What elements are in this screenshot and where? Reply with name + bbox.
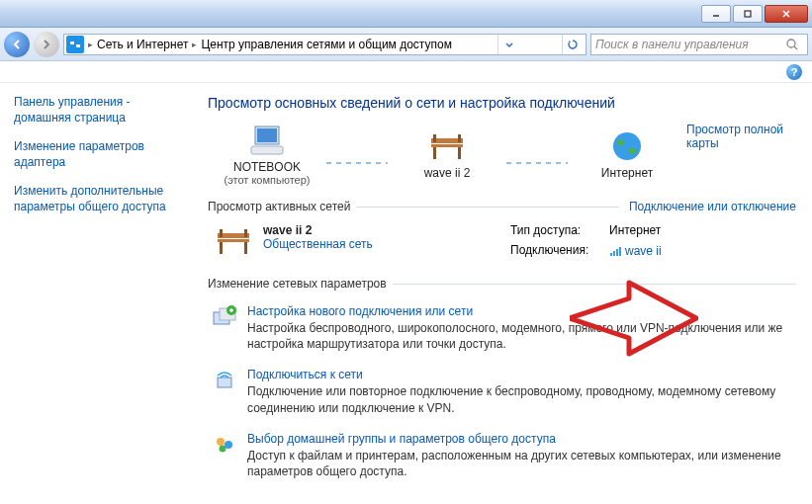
access-type-value: Интернет [609, 223, 662, 239]
search-placeholder: Поиск в панели управления [595, 38, 749, 51]
map-node-internet: Интернет [568, 128, 686, 180]
help-icon[interactable]: ? [786, 64, 802, 80]
svg-rect-10 [251, 146, 283, 154]
homegroup-icon [212, 432, 237, 479]
main-panel: Просмотр основных сведений о сети и наст… [198, 83, 812, 504]
svg-line-7 [794, 46, 797, 49]
svg-rect-31 [218, 378, 231, 387]
sidebar-link-adapter-settings[interactable]: Изменение параметров адаптера [14, 139, 190, 170]
breadcrumb-sharing-center[interactable]: Центр управления сетями и общим доступом [197, 38, 456, 51]
svg-point-32 [217, 438, 225, 446]
connect-to-network-item: Подключиться к сети Подключение или повт… [208, 360, 796, 423]
breadcrumb-dropdown-button[interactable] [497, 35, 519, 54]
connect-network-icon [212, 368, 237, 415]
svg-rect-23 [244, 229, 247, 237]
change-settings-header: Изменение сетевых параметров [208, 277, 796, 291]
setup-new-connection-item: Настройка нового подключения или сети На… [208, 296, 796, 360]
connection-name: wave ii [625, 244, 662, 258]
active-network-name: wave ii 2 [263, 223, 373, 237]
svg-rect-22 [220, 229, 223, 237]
svg-rect-16 [458, 134, 461, 142]
map-node-computer-sublabel: (этот компьютер) [208, 174, 326, 186]
change-settings-header-label: Изменение сетевых параметров [208, 277, 387, 291]
address-bar[interactable]: ▸ Сеть и Интернет ▸ Центр управления сет… [63, 34, 586, 55]
navigation-bar: ▸ Сеть и Интернет ▸ Центр управления сет… [0, 28, 812, 61]
map-node-network-label: wave ii 2 [388, 166, 506, 180]
svg-rect-21 [244, 242, 247, 254]
wifi-signal-icon [609, 245, 621, 257]
svg-rect-5 [76, 44, 80, 47]
map-node-internet-label: Интернет [568, 166, 686, 180]
connect-disconnect-link[interactable]: Подключение или отключение [629, 200, 796, 213]
svg-rect-26 [616, 249, 618, 256]
svg-rect-12 [431, 144, 463, 147]
search-input[interactable]: Поиск в панели управления [590, 34, 808, 55]
connect-to-network-link[interactable]: Подключиться к сети [247, 368, 363, 381]
refresh-button[interactable] [562, 35, 584, 54]
homegroup-sharing-link[interactable]: Выбор домашней группы и параметров общег… [247, 432, 556, 446]
minimize-button[interactable] [701, 5, 731, 23]
bench-icon [214, 223, 253, 259]
map-node-computer-label: NOTEBOOK [208, 160, 326, 174]
svg-rect-14 [458, 147, 461, 159]
svg-rect-24 [610, 253, 612, 256]
access-type-label: Тип доступа: [510, 223, 609, 239]
homegroup-sharing-item: Выбор домашней группы и параметров общег… [208, 424, 796, 487]
svg-rect-4 [70, 42, 74, 44]
breadcrumb-network[interactable]: Сеть и Интернет [93, 38, 192, 51]
forward-button[interactable] [34, 32, 59, 57]
svg-rect-25 [613, 251, 615, 256]
svg-point-6 [787, 40, 795, 47]
setup-new-connection-link[interactable]: Настройка нового подключения или сети [247, 304, 473, 318]
svg-rect-13 [433, 147, 436, 159]
svg-rect-27 [619, 247, 621, 256]
svg-point-17 [613, 132, 641, 160]
sidebar-link-advanced-sharing[interactable]: Изменить дополнительные параметры общего… [14, 184, 190, 214]
toolbar: ? [0, 61, 812, 83]
maximize-button[interactable] [733, 5, 763, 23]
map-node-computer: NOTEBOOK (этот компьютер) [208, 123, 326, 186]
map-node-network: wave ii 2 [388, 128, 506, 180]
back-button[interactable] [4, 32, 30, 57]
svg-point-34 [220, 445, 226, 452]
setup-new-connection-desc: Настройка беспроводного, широкополосного… [247, 320, 792, 352]
close-button[interactable] [765, 5, 808, 23]
map-connector [506, 162, 568, 164]
connect-to-network-desc: Подключение или повторное подключение к … [247, 383, 792, 415]
map-connector [326, 162, 388, 164]
network-category-icon [66, 36, 84, 53]
network-map: NOTEBOOK (этот компьютер) wave ii 2 [208, 123, 796, 186]
view-full-map-link[interactable]: Просмотр полной карты [686, 123, 796, 150]
homegroup-sharing-desc: Доступ к файлам и принтерам, расположенн… [247, 448, 792, 479]
connection-link[interactable]: wave ii [609, 243, 662, 259]
sidebar: Панель управления - домашняя страница Из… [0, 83, 198, 504]
connections-label: Подключения: [510, 243, 609, 259]
title-bar [0, 0, 812, 28]
svg-rect-19 [218, 239, 249, 242]
active-network-type-link[interactable]: Общественная сеть [263, 237, 373, 251]
svg-rect-9 [257, 128, 277, 142]
svg-rect-1 [745, 11, 751, 17]
active-networks-header: Просмотр активных сетей Подключение или … [208, 200, 796, 213]
active-network-row: wave ii 2 Общественная сеть Тип доступа:… [208, 219, 796, 263]
svg-rect-20 [220, 242, 223, 254]
page-title: Просмотр основных сведений о сети и наст… [208, 95, 796, 111]
setup-connection-icon [212, 304, 237, 352]
sidebar-link-home[interactable]: Панель управления - домашняя страница [14, 95, 190, 126]
active-networks-header-label: Просмотр активных сетей [208, 200, 350, 213]
svg-rect-15 [433, 134, 436, 142]
